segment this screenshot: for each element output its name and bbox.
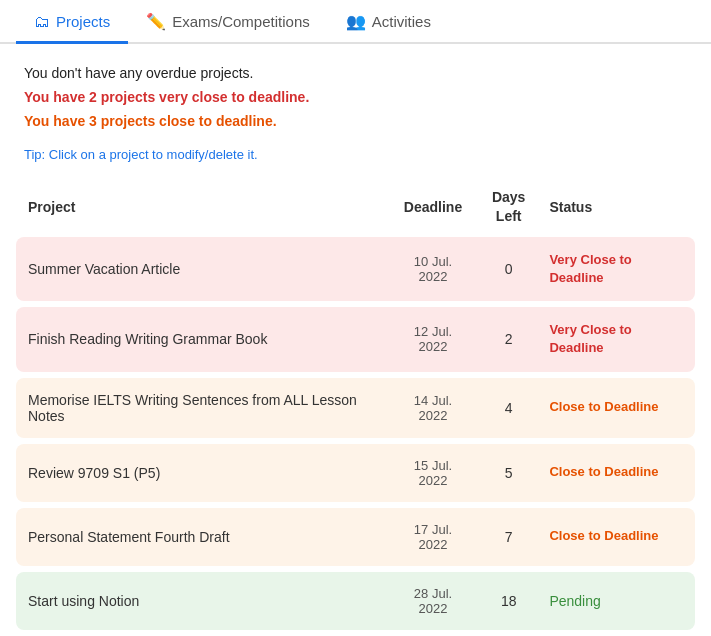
summary-section: You don't have any overdue projects. You… [0,44,711,141]
tip-text: Tip: Click on a project to modify/delete… [0,141,711,176]
project-deadline: 10 Jul. 2022 [386,237,480,301]
no-overdue-text: You don't have any overdue projects. [24,62,687,86]
col-header-deadline: Deadline [386,182,480,230]
project-status: Very Close to Deadline [537,237,695,301]
project-deadline: 14 Jul. 2022 [386,378,480,438]
project-status: Close to Deadline [537,378,695,438]
project-name: Summer Vacation Article [16,237,386,301]
very-close-summary: You have 2 projects very close to deadli… [24,86,687,110]
project-status: Pending [537,572,695,630]
project-days-left: 0 [480,237,537,301]
project-days-left: 7 [480,508,537,566]
close-summary: You have 3 projects close to deadline. [24,110,687,134]
tab-exams-label: Exams/Competitions [172,13,310,30]
col-header-days-left: Days Left [480,182,537,230]
project-name: Memorise IELTS Writing Sentences from AL… [16,378,386,438]
project-status: Very Close to Deadline [537,307,695,371]
project-status: Close to Deadline [537,508,695,566]
col-header-project: Project [16,182,386,230]
project-name: Personal Statement Fourth Draft [16,508,386,566]
project-days-left: 5 [480,444,537,502]
projects-icon: 🗂 [34,13,50,31]
tab-bar: 🗂 Projects ✏️ Exams/Competitions 👥 Activ… [0,0,711,44]
project-deadline: 12 Jul. 2022 [386,307,480,371]
project-days-left: 2 [480,307,537,371]
col-header-status: Status [537,182,695,230]
table-row[interactable]: Review 9709 S1 (P5)15 Jul. 20225Close to… [16,444,695,502]
project-status: Close to Deadline [537,444,695,502]
tab-activities-label: Activities [372,13,431,30]
project-deadline: 17 Jul. 2022 [386,508,480,566]
tab-exams[interactable]: ✏️ Exams/Competitions [128,0,328,44]
tab-projects[interactable]: 🗂 Projects [16,0,128,44]
project-deadline: 28 Jul. 2022 [386,572,480,630]
table-row[interactable]: Finish Reading Writing Grammar Book12 Ju… [16,307,695,371]
table-row[interactable]: Personal Statement Fourth Draft17 Jul. 2… [16,508,695,566]
project-name: Review 9709 S1 (P5) [16,444,386,502]
projects-table: Project Deadline Days Left Status Summer… [16,176,695,635]
project-deadline: 15 Jul. 2022 [386,444,480,502]
projects-table-container: Project Deadline Days Left Status Summer… [0,176,711,636]
tab-projects-label: Projects [56,13,110,30]
table-row[interactable]: Start using Notion28 Jul. 202218Pending [16,572,695,630]
project-name: Start using Notion [16,572,386,630]
project-name: Finish Reading Writing Grammar Book [16,307,386,371]
activities-icon: 👥 [346,12,366,31]
project-days-left: 4 [480,378,537,438]
table-row[interactable]: Memorise IELTS Writing Sentences from AL… [16,378,695,438]
table-row[interactable]: Summer Vacation Article10 Jul. 20220Very… [16,237,695,301]
exams-icon: ✏️ [146,12,166,31]
project-days-left: 18 [480,572,537,630]
tab-activities[interactable]: 👥 Activities [328,0,449,44]
table-header-row: Project Deadline Days Left Status [16,182,695,230]
